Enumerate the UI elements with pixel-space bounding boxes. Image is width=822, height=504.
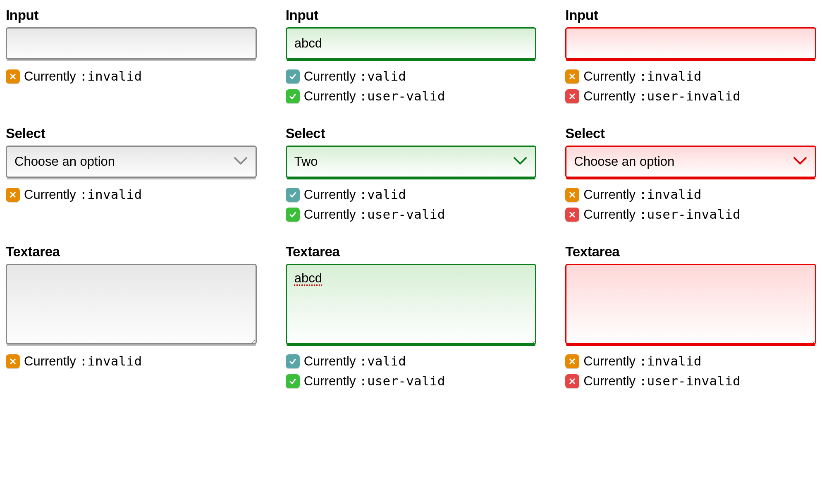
status-valid: Currently :valid <box>286 352 537 371</box>
select-wrapper: Choose an option <box>6 146 257 178</box>
cell-input-invalid: Input Currently :invalid Currently :user… <box>565 7 816 107</box>
status-text: Currently :user-valid <box>304 87 445 106</box>
status-text: Currently :user-invalid <box>583 205 741 224</box>
textarea-label: Textarea <box>565 244 816 260</box>
text-input-invalid[interactable] <box>565 27 816 60</box>
cell-textarea-valid: Textarea Currently :valid Currently :use… <box>286 244 537 392</box>
status-list: Currently :valid Currently :user-valid <box>286 67 537 106</box>
textarea-label: Textarea <box>6 244 257 260</box>
status-user-invalid: Currently :user-invalid <box>565 205 816 224</box>
textarea-label: Textarea <box>286 244 537 260</box>
status-text: Currently :user-valid <box>304 372 445 391</box>
select-wrapper: Two <box>286 146 537 178</box>
status-user-invalid: Currently :user-invalid <box>565 372 816 391</box>
status-list: Currently :valid Currently :user-valid <box>286 185 537 224</box>
text-input-neutral[interactable] <box>6 27 257 60</box>
select-valid[interactable]: Two <box>286 146 537 178</box>
cell-select-neutral: Select Choose an option Currently :inval… <box>6 126 257 225</box>
status-list: Currently :valid Currently :user-valid <box>286 352 537 391</box>
cell-select-valid: Select Two Currently :valid Currently :u… <box>286 126 537 225</box>
status-list: Currently :invalid <box>6 185 257 204</box>
status-text: Currently :valid <box>304 352 406 371</box>
check-green-icon <box>286 208 300 222</box>
status-list: Currently :invalid <box>6 352 257 371</box>
status-invalid: Currently :invalid <box>565 185 816 204</box>
status-text: Currently :invalid <box>24 67 142 86</box>
x-red-icon <box>565 208 579 222</box>
status-text: Currently :invalid <box>583 185 701 204</box>
status-list: Currently :invalid Currently :user-inval… <box>565 185 816 224</box>
status-valid: Currently :valid <box>286 185 537 204</box>
status-text: Currently :valid <box>304 185 406 204</box>
cell-input-valid: Input Currently :valid Currently :user-v… <box>286 7 537 107</box>
input-label: Input <box>286 7 537 23</box>
status-text: Currently :invalid <box>24 352 142 371</box>
input-label: Input <box>565 7 816 23</box>
status-invalid: Currently :invalid <box>565 67 816 86</box>
x-red-icon <box>565 89 579 103</box>
select-label: Select <box>286 126 537 141</box>
demo-grid: Input Currently :invalid Input Currently… <box>6 7 816 392</box>
cell-textarea-invalid: Textarea Currently :invalid Currently :u… <box>565 244 816 392</box>
select-label: Select <box>565 126 816 141</box>
status-text: Currently :user-invalid <box>583 87 741 106</box>
textarea-invalid[interactable] <box>565 264 816 344</box>
status-valid: Currently :valid <box>286 67 537 86</box>
status-user-valid: Currently :user-valid <box>286 372 537 391</box>
check-teal-icon <box>286 354 300 368</box>
x-orange-icon <box>6 354 20 368</box>
status-text: Currently :invalid <box>583 67 701 86</box>
status-invalid: Currently :invalid <box>565 352 816 371</box>
textarea-neutral[interactable] <box>6 264 257 344</box>
status-invalid: Currently :invalid <box>6 352 257 371</box>
status-invalid: Currently :invalid <box>6 185 257 204</box>
x-orange-icon <box>565 188 579 202</box>
check-teal-icon <box>286 188 300 202</box>
text-input-valid[interactable] <box>286 27 537 60</box>
cell-select-invalid: Select Choose an option Currently :inval… <box>565 126 816 225</box>
x-orange-icon <box>565 354 579 368</box>
status-user-valid: Currently :user-valid <box>286 87 537 106</box>
status-invalid: Currently :invalid <box>6 67 257 86</box>
status-text: Currently :invalid <box>583 352 701 371</box>
x-red-icon <box>565 374 579 388</box>
status-text: Currently :user-valid <box>304 205 445 224</box>
select-label: Select <box>6 126 257 141</box>
status-user-valid: Currently :user-valid <box>286 205 537 224</box>
x-orange-icon <box>6 69 20 84</box>
status-list: Currently :invalid Currently :user-inval… <box>565 67 816 106</box>
select-invalid[interactable]: Choose an option <box>565 146 816 178</box>
x-orange-icon <box>6 188 20 202</box>
status-text: Currently :user-invalid <box>583 372 741 391</box>
status-user-invalid: Currently :user-invalid <box>565 87 816 106</box>
check-green-icon <box>286 374 300 388</box>
status-list: Currently :invalid <box>6 67 257 86</box>
status-text: Currently :invalid <box>24 185 142 204</box>
status-list: Currently :invalid Currently :user-inval… <box>565 352 816 391</box>
check-teal-icon <box>286 69 300 84</box>
check-green-icon <box>286 89 300 103</box>
status-text: Currently :valid <box>304 67 406 86</box>
cell-textarea-neutral: Textarea Currently :invalid <box>6 244 257 392</box>
input-label: Input <box>6 7 257 23</box>
cell-input-neutral: Input Currently :invalid <box>6 7 257 107</box>
textarea-valid[interactable] <box>286 264 537 344</box>
select-neutral[interactable]: Choose an option <box>6 146 257 178</box>
x-orange-icon <box>565 69 579 84</box>
select-wrapper: Choose an option <box>565 146 816 178</box>
